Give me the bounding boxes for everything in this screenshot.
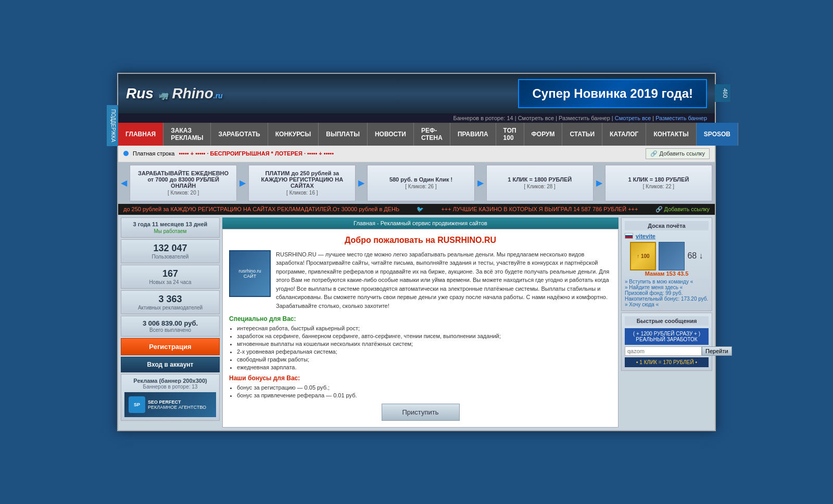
support-tab[interactable]: ПОДДЕРЖКА bbox=[107, 105, 118, 146]
nav-news[interactable]: НОВОСТИ bbox=[368, 123, 414, 146]
sidebar-left: 3 года 11 месяцев 13 дней Мы работаем 13… bbox=[121, 217, 220, 428]
add-link-label: Добавить ссылку bbox=[660, 150, 705, 157]
center-breadcrumb: Главная - Рекламный сервис продвижения с… bbox=[222, 217, 619, 229]
navigation: ГЛАВНАЯ ЗАКАЗ РЕКЛАМЫ ЗАРАБОТАТЬ КОНКУРС… bbox=[118, 123, 715, 146]
promo-clicks-2: [ Кликов: 16 ] bbox=[286, 190, 318, 196]
start-button[interactable]: Приступить bbox=[382, 404, 460, 421]
promo-arrow-right-3[interactable]: ▶ bbox=[477, 178, 484, 188]
special-item-6: ежедневная зарплата. bbox=[237, 364, 612, 370]
seo-logo-icon: SP bbox=[129, 396, 145, 413]
nav-ad-order[interactable]: ЗАКАЗ РЕКЛАМЫ bbox=[163, 123, 211, 146]
honor-right-number: 68 ↓ bbox=[687, 251, 703, 260]
want-here-link[interactable]: » Хочу сюда « bbox=[625, 302, 659, 307]
ticker-dot-icon bbox=[123, 151, 129, 156]
nav-forum[interactable]: ФОРУМ bbox=[524, 123, 563, 146]
book-cover-text: rusrhino.ru САЙТ bbox=[232, 268, 268, 279]
ticker-bar-2: до 250 рублей за КАЖДУЮ РЕГИСТРАЦИЮ НА С… bbox=[118, 204, 715, 215]
nav-home[interactable]: ГЛАВНАЯ bbox=[118, 123, 163, 146]
super-banner-text: Супер Новинка 2019 года! bbox=[532, 86, 693, 101]
quick-msg-promo: ( + 1200 РУБЛЕЙ СРАЗУ + ) РЕАЛЬНЫЙ ЗАРАБ… bbox=[625, 328, 709, 345]
support-tab-label: ПОДДЕРЖКА bbox=[110, 109, 116, 142]
stats-users: 132 047 Пользователей bbox=[121, 239, 220, 263]
new-users-label: Новых за 24 часа bbox=[124, 279, 216, 285]
promo-arrow-right-4[interactable]: ▶ bbox=[596, 178, 602, 188]
add-link-icon: 🔗 bbox=[650, 150, 658, 157]
nav-ref-wall[interactable]: РЕФ-СТЕНА bbox=[414, 123, 450, 146]
nav-rules[interactable]: ПРАВИЛА bbox=[450, 123, 496, 146]
special-item-2: заработок на серфинге, баннерном серфинг… bbox=[237, 333, 612, 339]
new-users-count: 167 bbox=[124, 268, 216, 279]
nav-earn[interactable]: ЗАРАБОТАТЬ bbox=[211, 123, 268, 146]
nav-articles[interactable]: СТАТЬИ bbox=[562, 123, 602, 146]
special-title: Специально для Вас: bbox=[229, 315, 612, 322]
nav-contests[interactable]: КОНКУРСЫ bbox=[268, 123, 319, 146]
ticker-bar-1: Платная строка ••••• + ••••• · БЕСПРОИГР… bbox=[118, 146, 715, 162]
view-all-link[interactable]: Смотреть все bbox=[615, 115, 651, 121]
super-banner[interactable]: Супер Новинка 2019 года! bbox=[518, 79, 707, 108]
promo-title-5: 1 КЛИК = 180 РУБЛЕЙ bbox=[628, 176, 689, 183]
register-button[interactable]: Регистрация bbox=[121, 338, 220, 355]
twitter-icon: 🐦 bbox=[416, 206, 424, 213]
honor-links: » Вступить в мою команду « » Найдите мен… bbox=[625, 279, 709, 307]
promo-block-4[interactable]: 1 КЛИК = 1800 РУБЛЕЙ [ Кликов: 28 ] bbox=[486, 165, 594, 201]
working-label: Мы работаем bbox=[124, 228, 216, 234]
honor-content: vitevite bbox=[625, 233, 709, 239]
find-me-link[interactable]: » Найдите меня здесь « bbox=[625, 285, 683, 290]
cumulative-bonus-link[interactable]: Накопительный бонус: 173.20 руб. bbox=[625, 296, 708, 302]
add-link-btn-2[interactable]: 🔗 Добавить ссылку bbox=[655, 206, 710, 213]
bonuses-title: Наши бонусы для Вас: bbox=[229, 374, 612, 382]
breadcrumb-text: Главная - Рекламный сервис продвижения с… bbox=[354, 220, 487, 226]
working-time-value: 3 года 11 месяцев 13 дней bbox=[124, 221, 216, 227]
prize-fund-link[interactable]: Призовой фонд: 99 руб. bbox=[625, 290, 683, 296]
nav-payments[interactable]: ВЫПЛАТЫ bbox=[319, 123, 368, 146]
join-team-link[interactable]: » Вступить в мою команду « bbox=[625, 279, 693, 285]
login-button[interactable]: Вход в аккаунт bbox=[121, 357, 220, 372]
counter-tab-label: 460 bbox=[722, 88, 728, 98]
ticker-label: Платная строка bbox=[133, 150, 174, 157]
promo-clicks-5: [ Кликов: 22 ] bbox=[643, 184, 674, 189]
promo-clicks-4: [ Кликов: 28 ] bbox=[524, 184, 556, 189]
nav-catalog[interactable]: КАТАЛОГ bbox=[602, 123, 646, 146]
ads-banner-box: Реклама (баннер 200х300) Баннеров в рото… bbox=[121, 374, 220, 421]
promo-arrow-right-2[interactable]: ▶ bbox=[358, 178, 364, 188]
logo-text: Rus 🦏 Rhino.ru bbox=[126, 85, 223, 102]
place-banner-link[interactable]: Разместить баннер bbox=[655, 115, 707, 121]
add-link-btn-1[interactable]: 🔗 Добавить ссылку bbox=[646, 148, 710, 159]
special-list: интересная работа, быстрый карьерный рос… bbox=[237, 325, 612, 370]
promo-title-3: 580 руб. в Один Клик ! bbox=[389, 176, 452, 183]
promo-block-1[interactable]: ЗАРАБАТЫВАЙТЕ ЕЖЕДНЕВНО от 7000 до 83000… bbox=[130, 165, 237, 201]
users-label: Пользователей bbox=[124, 254, 216, 260]
bonus-item-1: бонус за регистрацию — 0.05 руб.; bbox=[237, 384, 612, 391]
users-count: 132 047 bbox=[124, 243, 216, 254]
total-paid-value: 3 006 839.00 руб. bbox=[124, 319, 216, 327]
promo-block-2[interactable]: ПЛАТИМ до 250 рублей за КАЖДУЮ РЕГИСТРАЦ… bbox=[248, 165, 356, 201]
welcome-title: Добро пожаловать на RUSRHINO.RU bbox=[229, 236, 612, 245]
quick-msg-input-field[interactable] bbox=[625, 346, 702, 356]
honor-username-link[interactable]: vitevite bbox=[636, 233, 655, 239]
promo-block-5[interactable]: 1 КЛИК = 180 РУБЛЕЙ [ Кликов: 22 ] bbox=[605, 165, 712, 201]
honor-username-display: Мамам 153 43.5 bbox=[625, 270, 709, 277]
promo-clicks-1: [ Кликов: 20 ] bbox=[168, 190, 199, 196]
stats-active-ads: 3 363 Активных рекламодателей bbox=[121, 290, 220, 314]
promo-arrow-left-1[interactable]: ◀ bbox=[121, 178, 127, 188]
quick-msg-title: Быстрые сообщения bbox=[625, 316, 709, 326]
main-text-block: RUSRHINO.RU — лучшее место где можно лег… bbox=[276, 250, 612, 311]
ads-banner-sub: Баннеров в роторе: 13 bbox=[124, 384, 216, 390]
promo-arrow-right-1[interactable]: ▶ bbox=[239, 178, 246, 188]
banner-info-text: Баннеров в роторе: 14 | Смотреть все | Р… bbox=[453, 115, 610, 121]
content-inner: rusrhino.ru САЙТ RUSRHINO.RU — лучшее ме… bbox=[229, 250, 612, 311]
nav-sposob[interactable]: SPOSOB bbox=[697, 123, 738, 146]
ticker2-middle: +++ ЛУЧШИЕ КАЗИНО В КОТОРЫХ Я ВЫИГРАЛ 14… bbox=[441, 206, 638, 212]
quick-msg-send-btn[interactable]: Перейти bbox=[702, 346, 732, 356]
promo-block-3[interactable]: 580 руб. в Один Клик ! [ Кликов: 26 ] bbox=[367, 165, 474, 201]
special-item-1: интересная работа, быстрый карьерный рос… bbox=[237, 325, 612, 331]
counter-tab[interactable]: 460 bbox=[715, 84, 730, 102]
seo-banner[interactable]: SP SEO PERFECT РЕКЛАМНОЕ АГЕНТСТВО bbox=[124, 392, 216, 417]
stats-working-time: 3 года 11 месяцев 13 дней Мы работаем bbox=[121, 217, 220, 238]
nav-contacts[interactable]: КОНТАКТЫ bbox=[646, 123, 696, 146]
logo[interactable]: Rus 🦏 Rhino.ru bbox=[126, 85, 223, 102]
seo-sub: РЕКЛАМНОЕ АГЕНТСТВО bbox=[148, 405, 206, 410]
promo-title-4: 1 КЛИК = 1800 РУБЛЕЙ bbox=[508, 176, 572, 183]
nav-top100[interactable]: ТОП 100 bbox=[496, 123, 524, 146]
total-paid-label: Всего выплачено bbox=[124, 327, 216, 333]
